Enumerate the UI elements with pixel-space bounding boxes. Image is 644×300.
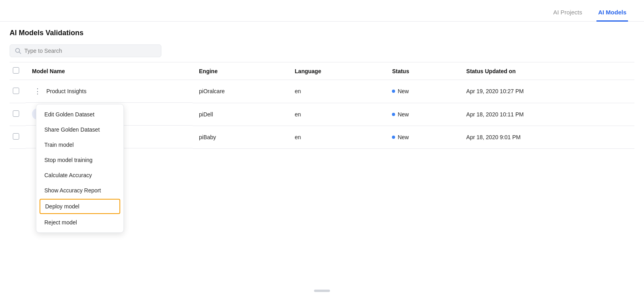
col-engine: Engine [193, 62, 288, 80]
menu-item-deploy-model[interactable]: Deploy model [40, 199, 120, 214]
row-2-checkbox-cell [10, 103, 26, 126]
page-title: AI Models Validations [10, 29, 83, 37]
search-bar [10, 44, 161, 57]
row-1-status-badge: New [392, 88, 453, 94]
page-container: AI Projects AI Models AI Models Validati… [0, 0, 644, 300]
row-2-language: en [288, 103, 386, 126]
search-icon [15, 48, 21, 54]
row-1-status-dot [392, 90, 395, 93]
row-1-status-updated: Apr 19, 2020 10:27 PM [460, 80, 634, 103]
row-1-engine: piOralcare [193, 80, 288, 103]
row-3-language: en [288, 126, 386, 148]
page-title-row: AI Models Validations [0, 22, 644, 41]
table-container: Model Name Engine Language Status Status… [0, 62, 644, 149]
row-3-status-dot [392, 136, 395, 139]
row-2-status-dot [392, 113, 395, 116]
row-1-checkbox[interactable] [13, 88, 19, 94]
col-checkbox [10, 62, 26, 80]
row-3-engine: piBaby [193, 126, 288, 148]
svg-line-1 [19, 52, 21, 54]
top-nav: AI Projects AI Models [0, 0, 644, 22]
tab-ai-models[interactable]: AI Models [596, 5, 628, 22]
row-1-menu-button[interactable]: ⋮ [32, 86, 43, 97]
menu-item-show-accuracy-report[interactable]: Show Accuracy Report [36, 183, 123, 198]
row-2-status: New [386, 103, 460, 126]
menu-item-stop-model-training[interactable]: Stop model training [36, 152, 123, 168]
row-2-status-text: New [398, 111, 409, 118]
menu-item-edit-golden-dataset[interactable]: Edit Golden Dataset [36, 107, 123, 122]
row-2-status-updated: Apr 18, 2020 10:11 PM [460, 103, 634, 126]
col-model-name: Model Name [26, 62, 193, 80]
row-3-status-text: New [398, 134, 409, 140]
scroll-handle [314, 290, 330, 292]
menu-item-calculate-accuracy[interactable]: Calculate Accuracy [36, 168, 123, 183]
header-checkbox[interactable] [13, 67, 19, 74]
scroll-indicator [310, 286, 334, 296]
row-3-checkbox[interactable] [13, 133, 19, 140]
col-status: Status [386, 62, 460, 80]
row-1-model-name: Product Insights [46, 88, 86, 94]
row-3-checkbox-cell [10, 126, 26, 148]
table-header-row: Model Name Engine Language Status Status… [10, 62, 634, 80]
row-3-status-updated: Apr 18, 2020 9:01 PM [460, 126, 634, 148]
menu-item-train-model[interactable]: Train model [36, 137, 123, 152]
search-bar-row [0, 41, 644, 62]
row-1-actions: ⋮ Product Insights [26, 80, 193, 103]
context-menu: Edit Golden Dataset Share Golden Dataset… [36, 104, 124, 233]
row-2-engine: piDell [193, 103, 288, 126]
row-2-checkbox[interactable] [13, 110, 19, 117]
col-language: Language [288, 62, 386, 80]
col-status-updated: Status Updated on [460, 62, 634, 80]
row-3-status: New [386, 126, 460, 148]
row-1-checkbox-cell [10, 80, 26, 103]
tab-ai-projects[interactable]: AI Projects [552, 5, 584, 22]
search-input[interactable] [24, 48, 156, 54]
row-1-status-text: New [398, 88, 409, 94]
table-row: ⋮ Product Insights piOralcare en New Apr… [10, 80, 634, 103]
menu-item-reject-model[interactable]: Reject model [36, 215, 123, 230]
menu-item-share-golden-dataset[interactable]: Share Golden Dataset [36, 122, 123, 137]
row-1-language: en [288, 80, 386, 103]
row-2-status-badge: New [392, 111, 453, 118]
row-3-status-badge: New [392, 134, 453, 140]
row-1-status: New [386, 80, 460, 103]
